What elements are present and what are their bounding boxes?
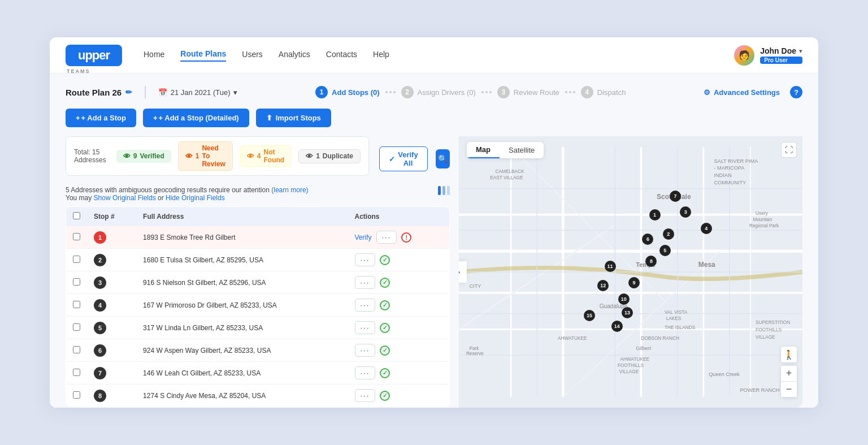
table-row: 7 146 W Leah Ct Gilbert, AZ 85233, USA ·…	[66, 362, 450, 384]
more-options-button-6[interactable]: ···	[355, 344, 376, 357]
zoom-in-button[interactable]: +	[781, 366, 797, 382]
more-options-button-3[interactable]: ···	[355, 276, 376, 289]
step-4-num: 4	[581, 86, 593, 98]
row-checkbox-7[interactable]	[73, 369, 80, 376]
row-checkbox-8[interactable]	[73, 391, 80, 399]
row-checkbox-5[interactable]	[73, 323, 80, 331]
plus-icon-2: +	[153, 114, 158, 122]
address-cell-8: 1274 S Cindy Ave Mesa, AZ 85204, USA	[136, 384, 348, 407]
checkmark-icon: ✓	[389, 155, 395, 163]
notfound-count: 4	[257, 152, 261, 160]
svg-text:Queen Creek: Queen Creek	[709, 371, 740, 377]
svg-text:AHWATUKEE: AHWATUKEE	[558, 335, 587, 341]
row-checkbox-1[interactable]	[73, 233, 80, 240]
nav-users[interactable]: Users	[242, 50, 263, 61]
map-pin-12[interactable]: 12	[597, 280, 609, 291]
col-full-address: Full Address	[136, 207, 348, 227]
map-container[interactable]: Scottsdale SALT RIVER PIMA - MARICOPA IN…	[459, 136, 802, 408]
row-checkbox-4[interactable]	[73, 301, 80, 308]
stat-duplicate[interactable]: 👁 1 Duplicate	[298, 149, 361, 163]
map-toggle-button[interactable]: ›	[459, 261, 467, 283]
map-view-tabs: Map Satellite	[467, 142, 544, 158]
verify-link-1[interactable]: Verify	[355, 234, 372, 241]
nav-help[interactable]: Help	[373, 50, 389, 61]
step-3[interactable]: 3 Review Route	[497, 86, 559, 98]
map-pin-6[interactable]: 6	[642, 234, 653, 245]
help-button[interactable]: ?	[790, 86, 802, 98]
table-row: 5 317 W Linda Ln Gilbert, AZ 85233, USA …	[66, 317, 450, 339]
status-ok-6: ✓	[380, 345, 390, 356]
row-checkbox-6[interactable]	[73, 346, 80, 353]
more-options-button-2[interactable]: ···	[355, 253, 376, 266]
nav-route-plans[interactable]: Route Plans	[180, 49, 226, 62]
select-all-checkbox[interactable]	[73, 212, 80, 219]
table-row: 2 1680 E Tulsa St Gilbert, AZ 85295, USA…	[66, 249, 450, 271]
add-stop-button[interactable]: + + Add a Stop	[66, 109, 136, 127]
hide-original-fields-link[interactable]: Hide Original Fields	[166, 194, 225, 202]
import-stops-button[interactable]: ⬆ Import Stops	[256, 109, 331, 127]
map-tab-map[interactable]: Map	[467, 142, 500, 158]
nav-analytics[interactable]: Analytics	[279, 50, 310, 61]
advanced-settings-btn[interactable]: ⚙ Advanced Settings	[704, 88, 780, 97]
step-4[interactable]: 4 Dispatch	[581, 86, 626, 98]
map-pin-8[interactable]: 8	[645, 256, 657, 267]
date-picker[interactable]: 📅 21 Jan 2021 (Tue) ▾	[158, 88, 238, 97]
verify-all-button[interactable]: ✓ Verify All	[379, 146, 428, 171]
zoom-out-button[interactable]: −	[781, 382, 797, 398]
step-2[interactable]: 2 Assign Drivers (0)	[401, 86, 476, 98]
add-stop-detailed-button[interactable]: + + Add a Stop (Detailed)	[143, 109, 249, 127]
stat-notfound[interactable]: 👁 4 Not Found	[240, 145, 292, 167]
map-pin-14[interactable]: 14	[611, 321, 623, 332]
map-pin-11[interactable]: 11	[605, 261, 616, 272]
more-options-button-7[interactable]: ···	[355, 366, 376, 379]
map-pin-15[interactable]: 15	[584, 310, 595, 321]
svg-text:FOOTHILLS: FOOTHILLS	[618, 362, 644, 368]
row-checkbox-3[interactable]	[73, 278, 80, 286]
map-pin-10[interactable]: 10	[618, 293, 630, 305]
map-pin-13[interactable]: 13	[622, 307, 633, 318]
more-options-button-4[interactable]: ···	[355, 299, 376, 312]
map-tab-satellite[interactable]: Satellite	[500, 142, 544, 158]
nav-contacts[interactable]: Contacts	[326, 50, 357, 61]
dup-count: 1	[316, 152, 320, 160]
col-stop-num: Stop #	[87, 207, 136, 227]
street-view-pegman[interactable]: 🚶	[781, 347, 797, 362]
svg-text:Regional Park: Regional Park	[749, 223, 779, 228]
nav-links: Home Route Plans Users Analytics Contact…	[144, 49, 734, 62]
action-buttons: + + Add a Stop + + Add a Stop (Detailed)…	[66, 109, 802, 127]
dup-label: Duplicate	[323, 152, 353, 160]
map-pin-2[interactable]: 2	[663, 228, 674, 240]
svg-text:VILLAGE: VILLAGE	[619, 369, 639, 374]
column-toggle[interactable]	[438, 186, 450, 195]
svg-text:DOBSON RANCH: DOBSON RANCH	[641, 335, 679, 341]
learn-more-link[interactable]: (learn more)	[271, 186, 308, 194]
map-expand-button[interactable]: ⛶	[781, 142, 797, 158]
user-menu[interactable]: 🧑 John Doe ▾ Pro User	[734, 45, 802, 66]
map-pin-1[interactable]: 1	[649, 209, 661, 221]
verified-count: 9	[133, 152, 137, 160]
row-checkbox-2[interactable]	[73, 256, 80, 263]
show-original-fields-link[interactable]: Show Original Fields	[94, 194, 156, 202]
stat-review[interactable]: 👁 1 Need To Review	[178, 141, 233, 171]
map-pin-3[interactable]: 3	[680, 206, 691, 218]
nav-home[interactable]: Home	[144, 50, 164, 61]
address-cell-4: 167 W Primoroso Dr Gilbert, AZ 85233, US…	[136, 294, 348, 317]
date-chevron-icon: ▾	[233, 88, 237, 97]
map-zoom-controls: + −	[781, 366, 797, 398]
col-bar-3	[447, 186, 450, 195]
map-pin-5[interactable]: 5	[659, 245, 671, 256]
col-bar-1	[438, 186, 441, 195]
notice-or: or	[158, 194, 166, 202]
stat-verified[interactable]: 👁 9 Verified	[116, 150, 171, 163]
map-pin-9[interactable]: 9	[628, 277, 640, 288]
total-count: Total: 15	[74, 148, 99, 156]
map-pin-7[interactable]: 7	[670, 191, 681, 202]
more-options-button-5[interactable]: ···	[355, 321, 376, 334]
more-options-button-8[interactable]: ···	[355, 389, 376, 402]
search-button[interactable]: 🔍	[436, 149, 450, 169]
status-ok-4: ✓	[380, 300, 390, 310]
step-1[interactable]: 1 Add Stops (0)	[315, 86, 380, 98]
edit-icon[interactable]: ✏	[125, 88, 132, 97]
more-options-button-1[interactable]: ···	[376, 231, 397, 244]
map-pin-4[interactable]: 4	[701, 223, 712, 234]
